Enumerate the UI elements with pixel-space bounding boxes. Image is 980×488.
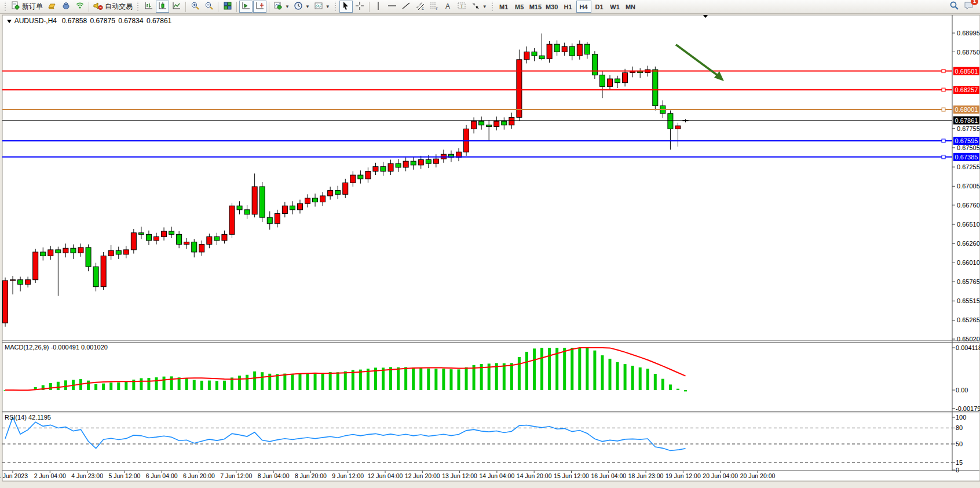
candle-body (623, 72, 628, 82)
toolbar-grip[interactable] (4, 2, 7, 12)
candle-body (343, 183, 348, 194)
macd-histogram-bar (578, 348, 581, 390)
chart-canvas[interactable]: 0.689950.687500.677550.675050.672550.670… (0, 0, 980, 488)
zoom-out-button[interactable] (202, 1, 215, 13)
timeframe-w1-button[interactable]: W1 (608, 1, 623, 13)
candle-body (222, 234, 227, 241)
symbol-dropdown-icon[interactable] (7, 20, 12, 23)
blue-jug-button[interactable] (59, 1, 72, 13)
candle-body (146, 234, 151, 241)
timeframe-mn-button[interactable]: MN (623, 1, 638, 13)
toolbar-separator (269, 2, 269, 12)
chart-shift-button[interactable] (253, 1, 266, 13)
rsi-axis-label: 15 (956, 459, 963, 466)
period-dropdown-button[interactable]: ▼ (292, 1, 312, 13)
template-icon (314, 1, 323, 12)
svg-text:E: E (422, 7, 424, 10)
channel-tool-button[interactable]: E (414, 1, 427, 13)
macd-histogram-bar (646, 369, 649, 390)
shapes-dropdown-button[interactable]: ▼ (469, 1, 489, 13)
timeframe-h4-button[interactable]: H4 (576, 1, 591, 13)
label-tool-button[interactable]: T (455, 1, 469, 13)
zoom-in-button[interactable] (188, 1, 202, 13)
auto-scroll-button[interactable] (239, 1, 253, 13)
toolbar-grip[interactable] (491, 2, 494, 12)
toolbar-separator (89, 2, 89, 12)
trendline-tool-button[interactable] (400, 1, 413, 13)
dropdown-caret-icon: ▼ (305, 4, 310, 9)
search-icon[interactable] (949, 1, 959, 13)
macd-histogram-bar (337, 372, 339, 390)
level-handle[interactable] (942, 70, 945, 73)
autotrade-button[interactable]: 自动交易 (92, 1, 134, 13)
macd-histogram-bar (49, 383, 52, 390)
macd-histogram-bar (540, 348, 543, 390)
chart-background[interactable] (2, 15, 980, 481)
macd-histogram-bar (170, 376, 173, 390)
macd-histogram-bar (473, 365, 476, 390)
level-handle[interactable] (942, 155, 945, 159)
toolbar-separator (185, 2, 186, 12)
toolbar-grip[interactable] (137, 2, 140, 12)
timeframe-h1-button[interactable]: H1 (561, 1, 576, 13)
signal-button[interactable] (73, 1, 86, 13)
rsi-axis-label: 50 (956, 440, 963, 447)
candle-body (494, 121, 499, 126)
timeframe-m5-button[interactable]: M5 (512, 1, 527, 13)
crosshair-tool-button[interactable] (353, 1, 367, 13)
dropdown-caret-icon: ▼ (285, 4, 290, 9)
add-indicator-button[interactable]: ▼ (272, 1, 291, 13)
chart-title: AUDUSD-,H4 0.67858 0.67875 0.67834 0.678… (7, 17, 173, 25)
time-tick-label: 8 Jun 20:00 (295, 472, 327, 479)
macd-histogram-bar (601, 355, 604, 390)
macd-histogram-bar (661, 379, 664, 390)
candle-body (608, 79, 613, 86)
tile-windows-button[interactable] (221, 1, 234, 13)
horizontal-line-tool-button[interactable] (386, 1, 399, 13)
line-chart-mode-button[interactable] (170, 1, 183, 13)
notification-badge: 1 (971, 0, 978, 5)
notifications-button[interactable]: 1 (964, 1, 974, 13)
macd-histogram-bar (404, 367, 407, 390)
time-tick-label: 19 Jun 12:00 (665, 472, 701, 479)
macd-histogram-bar (109, 383, 112, 390)
macd-histogram-bar (571, 348, 573, 390)
candle-body (259, 187, 265, 217)
gold-cube-button[interactable] (45, 1, 58, 13)
candle-body (365, 171, 371, 179)
fibonacci-icon: F (429, 1, 439, 12)
timeframe-m15-button[interactable]: M15 (528, 1, 543, 13)
dropdown-caret-icon: ▼ (482, 4, 487, 9)
zoom-out-icon (204, 1, 214, 12)
level-handle[interactable] (942, 108, 945, 111)
macd-histogram-bar (503, 363, 506, 390)
fibonacci-tool-button[interactable]: F (427, 1, 441, 13)
candle-body (229, 206, 235, 234)
candle-body (668, 114, 673, 129)
timeframe-m1-button[interactable]: M1 (496, 1, 511, 13)
toolbar-separator (369, 2, 370, 12)
toolbar-grip[interactable] (334, 2, 337, 12)
vertical-line-tool-button[interactable] (372, 1, 385, 13)
macd-histogram-bar (253, 372, 256, 390)
cursor-tool-button[interactable] (339, 1, 353, 13)
rsi-axis-label: 0 (956, 467, 959, 474)
macd-histogram-bar (329, 372, 332, 390)
price-level-badge-text: 0.68501 (955, 68, 978, 75)
level-handle[interactable] (942, 139, 945, 143)
candle-body (487, 125, 492, 127)
template-dropdown-button[interactable]: ▼ (312, 1, 332, 13)
bar-chart-mode-button[interactable] (142, 1, 155, 13)
new-order-button[interactable]: 新订单 (9, 1, 45, 13)
timeframe-d1-button[interactable]: D1 (592, 1, 607, 13)
price-tick-label: 0.66010 (957, 259, 980, 266)
trendline-icon (401, 1, 411, 12)
text-tool-button[interactable]: A (441, 1, 455, 13)
price-level-badge-text: 0.67595 (955, 137, 978, 144)
timeframe-m30-button[interactable]: M30 (544, 1, 560, 13)
level-handle[interactable] (942, 88, 945, 92)
candlestick-mode-button[interactable] (156, 1, 169, 13)
candle-body (71, 248, 76, 253)
price-tick-label: 0.67755 (957, 125, 980, 132)
time-tick-label: 20 Jun 20:00 (740, 472, 776, 479)
